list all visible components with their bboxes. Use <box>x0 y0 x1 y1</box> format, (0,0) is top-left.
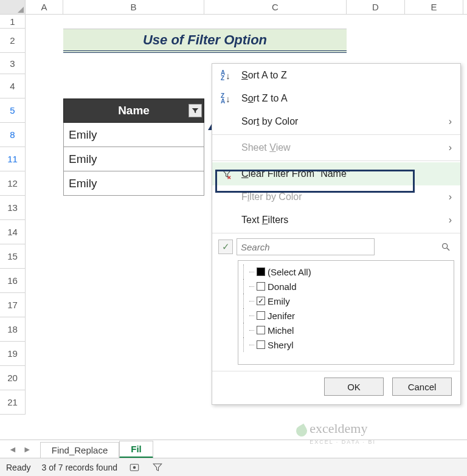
filter-item-label: Emily <box>268 296 290 306</box>
svg-line-1 <box>447 248 449 250</box>
row-header[interactable]: 13 <box>0 196 26 220</box>
sort-az-icon: AZ↓ <box>221 70 241 81</box>
status-records-found: 3 of 7 records found <box>41 463 117 472</box>
row-header[interactable]: 15 <box>0 244 26 269</box>
filter-item-label: Michel <box>268 325 294 336</box>
col-header-A[interactable]: A <box>26 0 63 14</box>
row-header[interactable]: 5 <box>0 98 26 123</box>
checkbox-icon[interactable] <box>257 282 265 291</box>
table-header-name: Name <box>63 98 204 123</box>
tab-nav-buttons[interactable]: ◄► <box>0 444 40 454</box>
row-header[interactable]: 3 <box>0 53 26 74</box>
menu-sort-za[interactable]: ZA↓ Sort Z to A <box>212 87 460 110</box>
row-header[interactable]: 18 <box>0 317 26 342</box>
search-icon <box>441 242 451 252</box>
svg-point-0 <box>443 244 448 249</box>
menu-filter-color: Filter by Color › <box>212 185 460 209</box>
menu-label: Sort by Color <box>241 116 452 127</box>
row-header[interactable]: 19 <box>0 342 26 366</box>
filter-item-label: Donald <box>268 281 297 292</box>
checkbox-icon[interactable] <box>257 311 265 320</box>
menu-label: Sheet View <box>241 142 452 153</box>
col-header-B[interactable]: B <box>63 0 204 14</box>
filter-search-input[interactable] <box>237 238 375 255</box>
chevron-right-icon: › <box>449 191 452 202</box>
filter-status-icon[interactable] <box>151 461 164 474</box>
table-header-label: Name <box>118 104 150 117</box>
filter-item-label: (Select All) <box>268 267 311 277</box>
row-header[interactable]: 20 <box>0 366 26 390</box>
macro-record-icon[interactable] <box>128 461 140 474</box>
row-header[interactable]: 21 <box>0 390 26 415</box>
menu-sheet-view: Sheet View › <box>212 136 460 159</box>
menu-label: Sort Z to A <box>241 93 452 104</box>
status-bar: Ready 3 of 7 records found <box>0 458 467 476</box>
menu-label: Filter by Color <box>241 191 452 202</box>
row-header[interactable]: 8 <box>0 123 26 147</box>
col-header-C[interactable]: C <box>204 0 347 14</box>
col-header-E[interactable]: E <box>405 0 463 14</box>
row-header[interactable]: 4 <box>0 74 26 98</box>
filter-active-icon <box>191 106 199 115</box>
filter-item-select-all[interactable]: (Select All) <box>242 264 450 279</box>
checkbox-icon[interactable] <box>257 267 265 276</box>
filter-item[interactable]: Michel <box>242 323 450 337</box>
menu-label: Text Filters <box>241 215 452 226</box>
cancel-button[interactable]: Cancel <box>392 378 452 396</box>
chevron-right-icon[interactable]: ► <box>23 444 32 454</box>
checkbox-icon[interactable] <box>257 340 265 349</box>
multiselect-toggle[interactable]: ✓ <box>218 240 233 254</box>
menu-text-filters[interactable]: Text Filters › <box>212 209 460 232</box>
row-header[interactable]: 2 <box>0 29 26 53</box>
status-ready: Ready <box>6 463 30 472</box>
sort-za-icon: ZA↓ <box>221 93 241 104</box>
row-headers: 1 2 3 4 5 8 11 12 13 14 15 16 17 18 19 2… <box>0 15 26 428</box>
title-cell: Use of Filter Option <box>63 29 347 53</box>
row-header[interactable]: 17 <box>0 293 26 317</box>
menu-clear-filter[interactable]: Clear Filter From "Name" <box>212 162 460 185</box>
filter-item[interactable]: Sheryl <box>242 337 450 352</box>
sheet-tab-bar: ◄► Find_Replace Fil <box>0 440 467 458</box>
table-row[interactable]: Emily <box>63 123 204 147</box>
filter-item-label: Jenifer <box>268 311 295 321</box>
row-header[interactable]: 16 <box>0 269 26 293</box>
filter-dropdown-button[interactable] <box>189 104 202 117</box>
checkbox-icon[interactable] <box>257 297 265 305</box>
clear-filter-icon <box>221 168 241 179</box>
sheet-tab-filter[interactable]: Fil <box>119 441 153 458</box>
menu-label: Clear Filter From "Name" <box>241 168 452 179</box>
filter-dropdown-menu: AZ↓ Sort A to Z ZA↓ Sort Z to A Sort by … <box>212 63 461 405</box>
chevron-left-icon[interactable]: ◄ <box>9 444 17 454</box>
menu-label: Sort A to Z <box>241 70 452 81</box>
filter-item-label: Sheryl <box>268 340 294 350</box>
chevron-right-icon: › <box>449 116 452 127</box>
row-header[interactable]: 12 <box>0 171 26 196</box>
row-header[interactable]: 14 <box>0 220 26 244</box>
sheet-tab-find-replace[interactable]: Find_Replace <box>40 442 120 458</box>
table-row[interactable]: Emily <box>63 171 204 196</box>
row-header[interactable]: 11 <box>0 147 26 171</box>
chevron-right-icon: › <box>449 142 452 153</box>
menu-sort-color[interactable]: Sort by Color › <box>212 110 460 133</box>
table-row[interactable]: Emily <box>63 147 204 171</box>
select-all-corner[interactable] <box>0 0 26 14</box>
filter-item[interactable]: Jenifer <box>242 308 450 323</box>
svg-point-3 <box>133 466 136 469</box>
menu-sort-az[interactable]: AZ↓ Sort A to Z <box>212 64 460 87</box>
column-headers: A B C D E <box>0 0 467 15</box>
filter-item[interactable]: Donald <box>242 279 450 294</box>
col-header-D[interactable]: D <box>347 0 405 14</box>
chevron-right-icon: › <box>449 215 452 226</box>
ok-button[interactable]: OK <box>324 378 384 396</box>
checkbox-icon[interactable] <box>257 326 265 334</box>
filter-item[interactable]: Emily <box>242 294 450 308</box>
row-header[interactable]: 1 <box>0 15 26 29</box>
filter-values-tree: (Select All) Donald Emily Jenifer Michel… <box>238 260 454 365</box>
